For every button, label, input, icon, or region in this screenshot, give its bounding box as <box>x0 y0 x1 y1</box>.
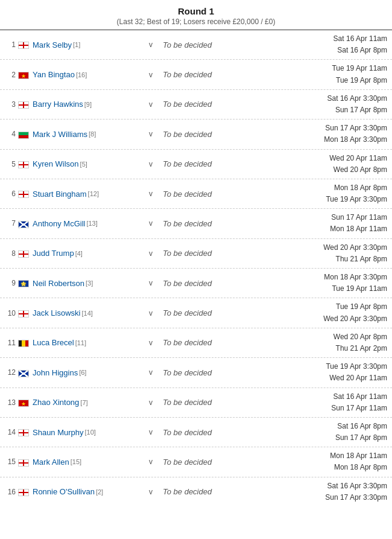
date-1: Sat 16 Apr 3:30pm <box>235 93 387 104</box>
player-seed: [5] <box>80 161 87 168</box>
opponent-cell: To be decided <box>157 70 235 79</box>
vs-label: v <box>145 488 157 496</box>
match-number: 12 <box>5 368 18 377</box>
player-seed: [14] <box>81 310 92 317</box>
match-number: 11 <box>5 339 18 347</box>
player-name: Jack Lisowski <box>33 308 80 317</box>
player-seed: [16] <box>76 71 87 78</box>
opponent-cell: To be decided <box>157 249 235 258</box>
flag-icon <box>18 427 30 437</box>
table-row: 3 Barry Hawkins [9] v To be decided Sat … <box>0 90 392 120</box>
player-cell: Ronnie O'Sullivan [2] <box>18 487 145 497</box>
flag-icon <box>18 368 30 377</box>
player-name: John Higgins <box>33 368 78 377</box>
opponent-cell: To be decided <box>157 100 235 109</box>
player-name: Neil Robertson <box>33 279 84 288</box>
opponent-cell: To be decided <box>157 159 235 168</box>
opponent-cell: To be decided <box>157 398 235 407</box>
player-cell: Mark Allen [15] <box>18 457 145 467</box>
table-row: 10 Jack Lisowski [14] v To be decided Tu… <box>0 298 392 328</box>
page-container: Round 1 (Last 32; Best of 19; Losers rec… <box>0 0 392 506</box>
page-header: Round 1 (Last 32; Best of 19; Losers rec… <box>0 0 392 30</box>
match-number: 14 <box>5 428 18 436</box>
match-dates: Mon 18 Apr 3:30pm Tue 19 Apr 11am <box>235 272 387 295</box>
match-number: 9 <box>5 279 18 287</box>
match-number: 8 <box>5 249 18 258</box>
match-number: 2 <box>5 71 18 79</box>
table-row: 7 Anthony McGill [13] v To be decided Su… <box>0 209 392 238</box>
table-row: 6 Stuart Bingham [12] v To be decided Mo… <box>0 179 392 209</box>
player-cell: ★ Zhao Xintong [7] <box>18 398 145 407</box>
match-dates: Sat 16 Apr 11am Sun 17 Apr 11am <box>235 391 387 414</box>
date-1: Sat 16 Apr 11am <box>235 391 387 403</box>
match-dates: Sun 17 Apr 11am Mon 18 Apr 11am <box>235 212 387 235</box>
player-seed: [11] <box>75 339 86 346</box>
player-name: Zhao Xintong <box>33 398 79 407</box>
table-row: 15 Mark Allen [15] v To be decided Mon 1… <box>0 447 392 477</box>
opponent-cell: To be decided <box>157 130 235 139</box>
date-1: Sat 16 Apr 3:30pm <box>235 480 387 492</box>
flag-icon <box>18 159 30 169</box>
vs-label: v <box>145 398 157 407</box>
date-2: Wed 20 Apr 11am <box>235 372 387 384</box>
match-number: 7 <box>5 219 18 228</box>
date-1: Tue 19 Apr 11am <box>235 63 387 74</box>
flag-icon <box>18 308 30 318</box>
flag-icon <box>18 249 30 258</box>
table-row: 5 Kyren Wilson [5] v To be decided Wed 2… <box>0 150 392 179</box>
vs-label: v <box>145 279 157 287</box>
player-name: Barry Hawkins <box>33 100 83 109</box>
flag-icon <box>18 487 30 497</box>
date-2: Sat 16 Apr 8pm <box>235 45 387 56</box>
flag-icon: ★ <box>18 398 30 407</box>
match-number: 1 <box>5 40 18 49</box>
match-dates: Tue 19 Apr 3:30pm Wed 20 Apr 11am <box>235 361 387 384</box>
match-number: 13 <box>5 398 18 407</box>
player-seed: [13] <box>86 220 97 227</box>
player-cell: Judd Trump [4] <box>18 249 145 258</box>
date-2: Mon 18 Apr 8pm <box>235 462 387 473</box>
match-number: 3 <box>5 100 18 109</box>
match-dates: Wed 20 Apr 8pm Thu 21 Apr 2pm <box>235 331 387 354</box>
date-1: Wed 20 Apr 11am <box>235 153 387 164</box>
player-name: Kyren Wilson <box>33 159 79 168</box>
opponent-cell: To be decided <box>157 428 235 437</box>
player-seed: [8] <box>89 130 96 138</box>
table-row: 1 Mark Selby [1] v To be decided Sat 16 … <box>0 30 392 60</box>
vs-label: v <box>145 309 157 317</box>
match-dates: Sat 16 Apr 3:30pm Sun 17 Apr 8pm <box>235 93 387 116</box>
date-1: Mon 18 Apr 11am <box>235 450 387 462</box>
player-cell: John Higgins [6] <box>18 368 145 377</box>
player-name: Mark J Williams <box>33 130 87 139</box>
player-cell: 🌟 Neil Robertson [3] <box>18 278 145 288</box>
table-row: 14 Shaun Murphy [10] v To be decided Sat… <box>0 418 392 447</box>
flag-icon <box>18 218 30 228</box>
player-name: Yan Bingtao <box>33 70 75 79</box>
flag-icon <box>18 457 30 467</box>
date-1: Mon 18 Apr 3:30pm <box>235 272 387 283</box>
match-number: 4 <box>5 130 18 138</box>
vs-label: v <box>145 100 157 109</box>
table-row: 13 ★ Zhao Xintong [7] v To be decided Sa… <box>0 388 392 418</box>
date-2: Thu 21 Apr 8pm <box>235 254 387 265</box>
player-seed: [1] <box>73 41 80 48</box>
player-name: Judd Trump <box>33 249 74 258</box>
flag-icon <box>18 338 30 348</box>
opponent-cell: To be decided <box>157 279 235 288</box>
match-dates: Sat 16 Apr 11am Sat 16 Apr 8pm <box>235 33 387 56</box>
player-name: Ronnie O'Sullivan <box>33 487 95 496</box>
date-1: Wed 20 Apr 3:30pm <box>235 242 387 254</box>
date-2: Tue 19 Apr 8pm <box>235 75 387 86</box>
opponent-cell: To be decided <box>157 368 235 377</box>
vs-label: v <box>145 71 157 79</box>
opponent-cell: To be decided <box>157 338 235 347</box>
player-seed: [9] <box>84 101 92 108</box>
date-2: Sun 17 Apr 8pm <box>235 104 387 116</box>
match-number: 10 <box>5 309 18 317</box>
player-seed: [12] <box>88 190 99 197</box>
player-seed: [3] <box>86 279 93 287</box>
vs-label: v <box>145 40 157 49</box>
date-1: Tue 19 Apr 3:30pm <box>235 361 387 372</box>
date-1: Mon 18 Apr 8pm <box>235 182 387 194</box>
vs-label: v <box>145 249 157 258</box>
